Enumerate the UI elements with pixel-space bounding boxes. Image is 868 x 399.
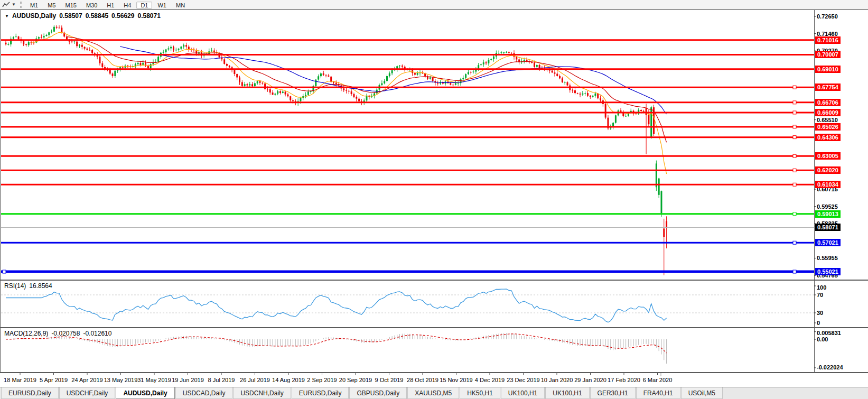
price-tick-label: 0.65510 <box>817 116 838 124</box>
level-price-label: 0.71016 <box>815 36 841 44</box>
timeframe-button-w1[interactable]: W1 <box>153 2 171 9</box>
macd-canvas[interactable] <box>1 328 868 372</box>
chart-tab-usoil-m5[interactable]: USOil,M5 <box>681 387 723 399</box>
line-handle[interactable] <box>793 86 796 89</box>
rsi-value: 16.8564 <box>29 282 52 290</box>
line-handle[interactable] <box>793 136 796 139</box>
chart-tab-eurusd-daily[interactable]: EURUSD,Daily <box>292 387 349 399</box>
timeframe-button-h4[interactable]: H4 <box>119 2 135 9</box>
candle-body <box>23 41 24 44</box>
candle-body <box>122 67 124 68</box>
collapse-triangle-icon[interactable]: ▼ <box>5 14 9 18</box>
drawing-tool-icon[interactable]: ▼ <box>2 2 16 8</box>
line-handle[interactable] <box>793 212 796 216</box>
line-handle[interactable] <box>793 101 796 104</box>
candle-body <box>556 73 558 76</box>
timeframe-button-d1[interactable]: D1 <box>136 2 152 9</box>
date-tick-label: 9 Oct 2019 <box>375 377 404 383</box>
candle-body <box>257 81 258 83</box>
candle-body <box>287 95 288 97</box>
candle-body <box>666 221 667 228</box>
chart-tab-ger30-h1[interactable]: GER30,H1 <box>590 387 636 399</box>
chart-tab-usdcnh-daily[interactable]: USDCNH,Daily <box>233 387 291 399</box>
candle-body <box>567 82 568 86</box>
candle-body <box>114 71 116 76</box>
candle-body <box>656 163 657 187</box>
candle-body <box>470 72 472 72</box>
line-handle[interactable] <box>793 125 796 128</box>
date-tick-label: 19 Jun 2019 <box>172 377 204 383</box>
candle-body <box>473 72 474 72</box>
macd-indicator-panel: MACD(12,26,9) -0.020758 -0.012610 0.0058… <box>0 328 868 373</box>
candle-body <box>239 78 240 82</box>
candle-body <box>437 83 438 84</box>
date-tick-label: 28 Oct 2019 <box>407 377 438 383</box>
line-handle[interactable] <box>3 270 6 273</box>
macd-tick-label: -0.022024 <box>817 364 843 371</box>
chart-tab-uk100-h1[interactable]: UK100,H1 <box>545 387 589 399</box>
candle-body <box>587 93 589 96</box>
timeframe-button-m5[interactable]: M5 <box>43 2 60 9</box>
candle-body <box>5 43 7 44</box>
timeframe-button-mn[interactable]: MN <box>172 2 189 9</box>
chart-tab-eurusd-daily[interactable]: EURUSD,Daily <box>1 387 59 399</box>
candle-body <box>99 57 100 63</box>
chart-tab-hk50-h1[interactable]: HK50,H1 <box>460 387 500 399</box>
candle-body <box>386 76 388 81</box>
current-price-label: 0.58071 <box>815 224 841 231</box>
chart-tab-fra40-h1[interactable]: FRA40,H1 <box>636 387 680 399</box>
candle-body <box>590 96 591 97</box>
rsi-canvas[interactable] <box>1 281 868 327</box>
line-handle[interactable] <box>793 270 796 273</box>
chart-tab-audusd-daily[interactable]: AUDUSD,Daily <box>116 387 174 399</box>
chart-tab-xauusd-m5[interactable]: XAUUSD,M5 <box>407 387 459 399</box>
price-chart-canvas[interactable] <box>1 10 868 280</box>
timeframe-button-m15[interactable]: M15 <box>61 2 80 9</box>
date-tick-label: 20 Sep 2019 <box>339 377 372 383</box>
candle-body <box>282 91 284 93</box>
line-handle[interactable] <box>793 111 796 114</box>
candle-body <box>112 73 114 76</box>
candle-body <box>310 91 312 92</box>
candle-body <box>460 79 461 83</box>
ohlc-low: 0.56629 <box>111 12 134 20</box>
timeframe-button-m30[interactable]: M30 <box>82 2 101 9</box>
candle-body <box>503 52 505 53</box>
date-tick-label: 2 Sep 2019 <box>307 377 337 383</box>
chart-tab-uk100-h1[interactable]: UK100,H1 <box>501 387 545 399</box>
timeframe-toolbar: ▼ M1M5M15M30H1H4D1W1MN <box>0 0 868 10</box>
timeframe-button-m1[interactable]: M1 <box>26 2 42 9</box>
chart-tab-usdchf-daily[interactable]: USDCHF,Daily <box>59 387 116 399</box>
date-tick-label: 31 May 2019 <box>137 377 171 383</box>
rsi-label: RSI(14) 16.8564 <box>4 282 52 290</box>
rsi-tick-label: 100 <box>817 284 826 291</box>
candle-body <box>290 96 291 100</box>
candle-body <box>208 51 210 54</box>
chart-tab-gbpusd-daily[interactable]: GBPUSD,Daily <box>349 387 407 399</box>
line-handle[interactable] <box>793 183 796 186</box>
candle-body <box>356 97 357 99</box>
candle-body <box>381 83 382 85</box>
line-handle[interactable] <box>793 154 796 157</box>
chart-tab-usdcad-daily[interactable]: USDCAD,Daily <box>175 387 233 399</box>
candle-body <box>526 60 528 61</box>
timeframe-button-h1[interactable]: H1 <box>102 2 118 9</box>
rsi-indicator-panel: RSI(14) 16.8564 10070300 <box>0 280 868 328</box>
candle-body <box>358 99 360 101</box>
time-axis[interactable]: 18 Mar 20195 Apr 201924 Apr 201913 May 2… <box>0 373 868 387</box>
line-handle[interactable] <box>793 241 796 244</box>
candle-body <box>346 90 347 91</box>
rsi-line <box>6 289 667 322</box>
candle-body <box>254 83 256 87</box>
candle-body <box>175 50 177 50</box>
candle-body <box>534 63 535 67</box>
candle-body <box>305 95 306 96</box>
candle-body <box>234 70 235 74</box>
candle-body <box>582 94 583 95</box>
candle-body <box>264 83 266 89</box>
candle-body <box>353 94 354 97</box>
line-handle[interactable] <box>793 169 796 172</box>
candle-body <box>402 66 403 67</box>
price-tick-label: 0.55955 <box>817 254 838 262</box>
date-tick-label: 23 Dec 2019 <box>507 377 539 383</box>
